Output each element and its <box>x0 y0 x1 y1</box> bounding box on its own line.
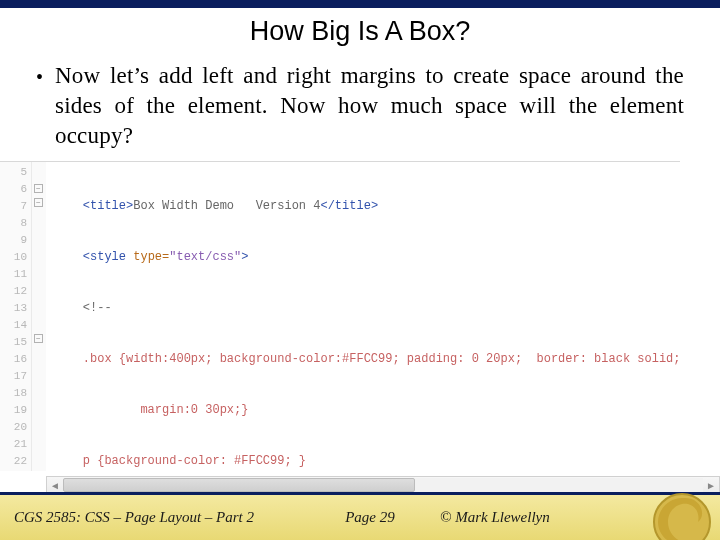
fold-column: − − − <box>32 162 46 471</box>
bullet-block: • Now let’s add left and right margins t… <box>0 61 720 151</box>
fold-marker[interactable]: − <box>34 198 43 207</box>
line-number: 19 <box>0 402 27 419</box>
line-number: 6 <box>0 181 27 198</box>
footer-copyright: © Mark Llewellyn <box>440 509 620 526</box>
scroll-thumb[interactable] <box>63 478 415 492</box>
code-area: <title>Box Width Demo Version 4</title> … <box>46 162 680 471</box>
line-number: 20 <box>0 419 27 436</box>
code-token: margin:0 30px;} <box>140 403 248 417</box>
code-token: <title> <box>83 199 133 213</box>
line-number: 16 <box>0 351 27 368</box>
footer-bar: CGS 2585: CSS – Page Layout – Part 2 Pag… <box>0 492 720 540</box>
scroll-track[interactable] <box>63 478 703 492</box>
ucf-logo <box>650 490 714 540</box>
slide-title: How Big Is A Box? <box>0 8 720 61</box>
line-number: 15 <box>0 334 27 351</box>
line-number: 17 <box>0 368 27 385</box>
footer-page: Page 29 <box>300 509 440 526</box>
code-token: </title> <box>320 199 378 213</box>
fold-marker[interactable]: − <box>34 184 43 193</box>
top-accent-bar <box>0 0 720 8</box>
code-token: p {background-color: #FFCC99; } <box>83 454 306 468</box>
line-gutter: 5678910111213141516171819202122 <box>0 162 32 471</box>
code-token: .box {width:400px; background-color:#FFC… <box>83 352 680 366</box>
line-number: 11 <box>0 266 27 283</box>
line-number: 7 <box>0 198 27 215</box>
line-number: 9 <box>0 232 27 249</box>
footer-course: CGS 2585: CSS – Page Layout – Part 2 <box>0 509 300 526</box>
line-number: 13 <box>0 300 27 317</box>
line-number: 18 <box>0 385 27 402</box>
code-token: type= <box>133 250 169 264</box>
code-token: > <box>241 250 248 264</box>
line-number: 5 <box>0 164 27 181</box>
line-number: 8 <box>0 215 27 232</box>
code-token: <style <box>83 250 133 264</box>
code-token: <!-- <box>83 301 112 315</box>
line-number: 10 <box>0 249 27 266</box>
scroll-left-arrow[interactable]: ◄ <box>47 480 63 491</box>
fold-marker[interactable]: − <box>34 334 43 343</box>
line-number: 22 <box>0 453 27 470</box>
line-number: 21 <box>0 436 27 453</box>
code-editor: 5678910111213141516171819202122 − − − <t… <box>0 161 680 471</box>
code-token: "text/css" <box>169 250 241 264</box>
bullet-text: Now let’s add left and right margins to … <box>55 61 684 151</box>
scroll-right-arrow[interactable]: ► <box>703 480 719 491</box>
code-token: Box Width Demo Version 4 <box>133 199 320 213</box>
bullet-dot: • <box>36 61 43 151</box>
line-number: 12 <box>0 283 27 300</box>
line-number: 14 <box>0 317 27 334</box>
